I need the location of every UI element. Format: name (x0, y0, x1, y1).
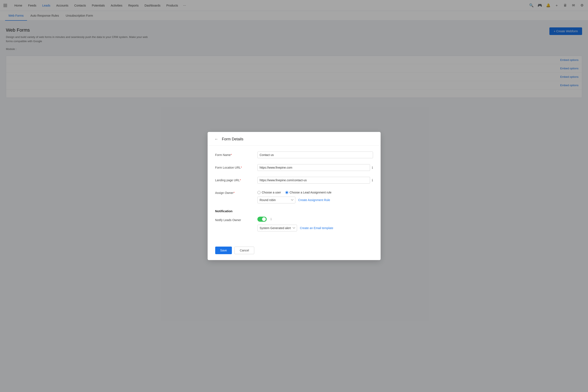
notify-leads-control: ℹ System Generated alertCustom Template … (257, 217, 373, 232)
email-template-select[interactable]: System Generated alertCustom Template (257, 225, 297, 232)
modal-back-button[interactable]: ← (213, 136, 219, 142)
modal-footer: Save Cancel (208, 243, 381, 260)
radio-choose-rule[interactable]: Choose a Lead Assignment rule (285, 191, 332, 194)
form-name-label: Form Name* (215, 152, 257, 156)
create-assignment-rule-link[interactable]: Create Assignment Rule (298, 198, 330, 202)
form-location-url-row: Form Location URL* ℹ (215, 164, 373, 171)
radio-choose-user[interactable]: Choose a user (257, 191, 281, 194)
form-details-modal: ← Form Details Form Name* Form Location … (208, 132, 381, 260)
assignment-rule-select[interactable]: Round robinOption 2Option 3 (257, 197, 295, 204)
assign-owner-extra: Round robinOption 2Option 3 Create Assig… (257, 197, 373, 204)
landing-page-url-input[interactable] (257, 177, 370, 184)
notify-leads-row: Notify Leads Owner ℹ (215, 217, 373, 232)
notify-leads-toggle-row: ℹ (257, 217, 373, 222)
notification-section: Notification Notify Leads Owner (215, 209, 373, 232)
create-email-template-link[interactable]: Create an Email template (300, 226, 333, 230)
modal-body: Form Name* Form Location URL* ℹ (208, 146, 381, 243)
cancel-button[interactable]: Cancel (234, 246, 254, 254)
modal-overlay[interactable]: ← Form Details Form Name* Form Location … (0, 0, 588, 392)
modal-title: Form Details (222, 137, 243, 142)
assign-owner-radio-group: Choose a user Choose a Lead Assignment r… (257, 190, 373, 194)
form-name-row: Form Name* (215, 152, 373, 158)
form-name-input[interactable] (257, 152, 373, 158)
assign-owner-row: Assign Owner* Choose a user Choose a Lea… (215, 190, 373, 204)
notify-extra: System Generated alertCustom Template Cr… (257, 225, 373, 232)
landing-page-url-control: ℹ (257, 177, 373, 184)
landing-page-url-row: Landing page URL* ℹ (215, 177, 373, 184)
form-name-control (257, 152, 373, 158)
landing-page-url-label: Landing page URL* (215, 177, 257, 182)
assign-owner-label: Assign Owner* (215, 190, 257, 194)
form-location-url-control: ℹ (257, 164, 373, 171)
save-button[interactable]: Save (215, 246, 232, 254)
form-location-url-label: Form Location URL* (215, 164, 257, 169)
form-location-url-input[interactable] (257, 164, 370, 171)
radio-choose-user-input[interactable] (257, 191, 260, 194)
toggle-wrap (257, 217, 267, 222)
landing-page-url-info-icon[interactable]: ℹ (372, 178, 373, 182)
notify-leads-label: Notify Leads Owner (215, 217, 257, 222)
assign-owner-control: Choose a user Choose a Lead Assignment r… (257, 190, 373, 204)
notify-info-icon[interactable]: ℹ (270, 217, 272, 221)
notify-toggle[interactable] (257, 217, 267, 222)
form-location-url-info-icon[interactable]: ℹ (372, 166, 373, 170)
radio-choose-rule-input[interactable] (285, 191, 288, 194)
notification-heading: Notification (215, 209, 373, 213)
modal-header: ← Form Details (208, 132, 381, 146)
toggle-slider (257, 217, 267, 222)
